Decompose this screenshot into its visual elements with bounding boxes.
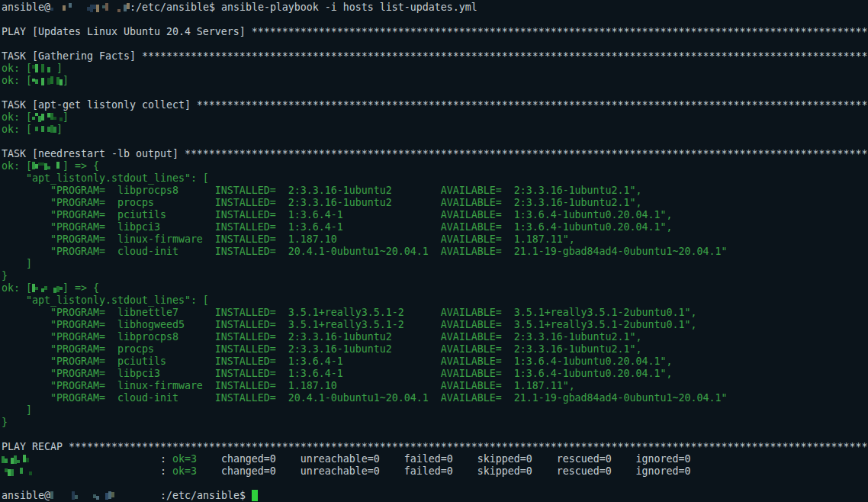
terminal-text: ansible@ <box>2 490 50 501</box>
terminal-line: ] <box>2 404 868 417</box>
terminal-text: ] <box>63 111 69 123</box>
terminal-line: TASK [apt-get listonly collect] ********… <box>2 99 868 111</box>
terminal-text: ] <box>63 75 69 86</box>
terminal-text: "PROGRAM= pciutils INSTALLED= 1:3.6.4-1 … <box>2 356 673 367</box>
terminal-text: "PROGRAM= linux-firmware INSTALLED= 1.18… <box>2 233 575 245</box>
terminal-line: ok: [] => { <box>2 160 868 172</box>
terminal-text: "PROGRAM= libpci3 INSTALLED= 1:3.6.4-1 A… <box>2 368 673 379</box>
terminal-text: changed=0 unreachable=0 failed=0 skipped… <box>197 453 691 465</box>
terminal-text: ] <box>56 63 63 74</box>
terminal-text: TASK [Gathering Facts] *****************… <box>2 50 867 62</box>
terminal-text: "PROGRAM= libhogweed5 INSTALLED= 3.5.1+r… <box>2 319 697 330</box>
redacted-text <box>87 3 111 13</box>
terminal-text: ok: [ <box>2 124 32 135</box>
terminal-text: "PROGRAM= procps INSTALLED= 2:3.3.16-1ub… <box>2 197 642 208</box>
terminal-text <box>75 2 87 13</box>
redacted-text <box>50 3 75 13</box>
terminal-text: "PROGRAM= cloud-init INSTALLED= 20.4.1-0… <box>2 392 728 404</box>
terminal-text: :/etc/ansible$ <box>124 490 252 501</box>
terminal-line: ok: [] => { <box>2 282 868 294</box>
terminal-text: ok: [ <box>2 63 32 74</box>
terminal-text: "PROGRAM= libprocps8 INSTALLED= 2:3.3.16… <box>2 331 642 343</box>
terminal-text: PLAY RECAP *****************************… <box>2 441 867 452</box>
terminal-line: "PROGRAM= libnettle7 INSTALLED= 3.5.1+re… <box>2 307 868 319</box>
terminal-line: "PROGRAM= linux-firmware INSTALLED= 1.18… <box>2 380 868 392</box>
terminal-text: "PROGRAM= cloud-init INSTALLED= 20.4.1-0… <box>2 246 728 257</box>
redacted-text <box>105 491 124 501</box>
terminal-text: "apt_listonly.stdout_lines": [ <box>2 294 209 306</box>
terminal-line: ok: [] <box>2 75 868 87</box>
terminal-line: ok: [] <box>2 63 868 75</box>
terminal-line: "apt_listonly.stdout_lines": [ <box>2 172 868 185</box>
terminal-text: ] <box>2 404 32 416</box>
terminal-line: ok: [] <box>2 124 868 136</box>
redacted-text <box>32 113 63 123</box>
terminal-line: ansible@ :/etc/ansible$ ansible-playbook… <box>2 2 868 14</box>
terminal-text: ansible@ <box>2 2 50 13</box>
terminal-text: ] => { <box>63 160 99 172</box>
terminal-text <box>111 2 117 13</box>
terminal-line: } <box>2 270 868 282</box>
terminal-line: "PROGRAM= libhogweed5 INSTALLED= 3.5.1+r… <box>2 319 868 331</box>
terminal-line: } <box>2 417 868 429</box>
terminal-line: "PROGRAM= cloud-init INSTALLED= 20.4.1-0… <box>2 246 868 258</box>
terminal-text: } <box>2 270 8 282</box>
redacted-text <box>117 3 130 13</box>
terminal-text <box>99 490 105 501</box>
terminal-line: "PROGRAM= cloud-init INSTALLED= 20.4.1-0… <box>2 392 868 404</box>
terminal-text: ] => { <box>63 282 99 294</box>
redacted-text <box>2 455 32 465</box>
terminal-line <box>2 478 868 490</box>
terminal-screen[interactable]: ansible@ :/etc/ansible$ ansible-playbook… <box>0 0 868 502</box>
redacted-text <box>32 284 63 294</box>
redacted-text <box>93 491 99 501</box>
terminal-line: "PROGRAM= pciutils INSTALLED= 1:3.6.4-1 … <box>2 209 868 221</box>
terminal-line: "PROGRAM= libprocps8 INSTALLED= 2:3.3.16… <box>2 185 868 197</box>
redacted-text <box>32 125 56 135</box>
terminal-text: "PROGRAM= procps INSTALLED= 2:3.3.16-1ub… <box>2 343 642 355</box>
terminal-cursor[interactable] <box>252 490 258 501</box>
terminal-text: ] <box>2 258 32 269</box>
terminal-text: ok=3 <box>172 453 197 465</box>
redacted-text <box>32 76 63 86</box>
terminal-line: "PROGRAM= procps INSTALLED= 2:3.3.16-1ub… <box>2 343 868 356</box>
terminal-text: } <box>2 417 8 428</box>
terminal-text: : <box>32 453 172 465</box>
terminal-text: "PROGRAM= linux-firmware INSTALLED= 1.18… <box>2 380 575 391</box>
terminal-line <box>2 87 868 99</box>
terminal-line: "PROGRAM= libprocps8 INSTALLED= 2:3.3.16… <box>2 331 868 343</box>
terminal-line: PLAY RECAP *****************************… <box>2 441 868 453</box>
terminal-line: : ok=3 changed=0 unreachable=0 failed=0 … <box>2 453 868 465</box>
terminal-text: changed=0 unreachable=0 failed=0 skipped… <box>197 465 691 477</box>
terminal-line: "PROGRAM= libpci3 INSTALLED= 1:3.6.4-1 A… <box>2 368 868 380</box>
terminal-line <box>2 429 868 441</box>
terminal-text: TASK [needrestart -lb output] **********… <box>2 148 867 159</box>
redacted-text <box>2 467 32 477</box>
terminal-text: ok: [ <box>2 160 32 172</box>
terminal-text: TASK [apt-get listonly collect] ********… <box>2 99 867 111</box>
terminal-line: "PROGRAM= pciutils INSTALLED= 1:3.6.4-1 … <box>2 356 868 368</box>
terminal-text: "PROGRAM= libpci3 INSTALLED= 1:3.6.4-1 A… <box>2 221 673 233</box>
terminal-line: TASK [Gathering Facts] *****************… <box>2 50 868 63</box>
terminal-line: : ok=3 changed=0 unreachable=0 failed=0 … <box>2 465 868 478</box>
terminal-text: : <box>32 465 172 477</box>
terminal-text: ok: [ <box>2 75 32 86</box>
terminal-text: ok=3 <box>172 465 197 477</box>
redacted-text <box>50 491 63 501</box>
terminal-text: ok: [ <box>2 282 32 294</box>
terminal-text: ok: [ <box>2 111 32 123</box>
terminal-text: ] <box>56 124 63 135</box>
redacted-text <box>32 64 56 74</box>
terminal-line: ok: [] <box>2 111 868 124</box>
redacted-text <box>69 491 81 501</box>
terminal-line: "apt_listonly.stdout_lines": [ <box>2 294 868 307</box>
terminal-text: :/etc/ansible$ ansible-playbook -i hosts… <box>130 2 477 13</box>
terminal-line: "PROGRAM= linux-firmware INSTALLED= 1.18… <box>2 233 868 246</box>
redacted-text <box>32 162 63 172</box>
terminal-line: ansible@ :/etc/ansible$ <box>2 490 868 502</box>
terminal-text: PLAY [Updates Linux Ubuntu 20.4 Servers]… <box>2 26 867 37</box>
terminal-text: "apt_listonly.stdout_lines": [ <box>2 172 209 184</box>
terminal-line <box>2 136 868 148</box>
terminal-line: PLAY [Updates Linux Ubuntu 20.4 Servers]… <box>2 26 868 38</box>
terminal-text <box>81 490 93 501</box>
